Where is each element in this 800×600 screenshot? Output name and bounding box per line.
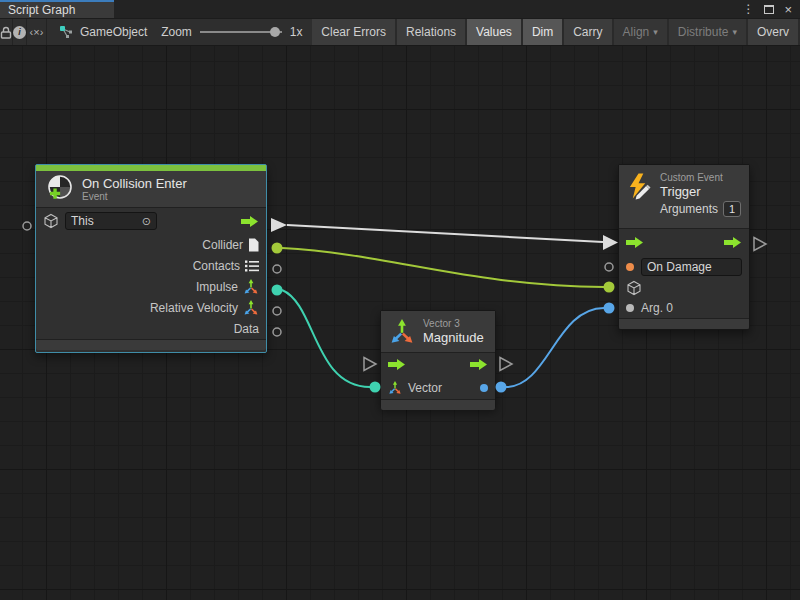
wire-flow-collision-to-trigger[interactable] <box>287 225 603 242</box>
event-name-field[interactable]: On Damage <box>641 258 742 276</box>
node-vector3-magnitude[interactable]: Vector 3 Magnitude <box>380 310 496 408</box>
zoom-slider-handle[interactable] <box>270 27 280 37</box>
zoom-slider[interactable] <box>200 27 282 37</box>
dim-button[interactable]: Dim <box>523 19 564 45</box>
gameobject-label: GameObject <box>80 25 147 39</box>
gameobject-cube-icon <box>626 280 642 296</box>
window-menu-icon[interactable]: ⋮ <box>742 2 754 16</box>
port-data-output[interactable] <box>273 328 281 336</box>
align-button: Align ▾ <box>614 19 669 45</box>
target-field[interactable]: This ⊙ <box>65 212 157 230</box>
script-graph-icon <box>59 25 74 39</box>
port-arg0-input[interactable] <box>604 303 615 314</box>
flow-in-arrow-icon <box>626 236 644 249</box>
port-row-vector: Vector <box>381 376 495 399</box>
zoom-control: Zoom 1x <box>147 19 312 45</box>
code-view-button[interactable]: ‹×› <box>27 19 47 45</box>
graph-toolbar: i ‹×› GameObject Zoom 1x Clear Errors Re… <box>0 18 800 46</box>
port-row-collider: Collider <box>36 234 266 255</box>
relations-button[interactable]: Relations <box>397 19 467 45</box>
vector3-icon <box>243 279 259 295</box>
vector3-icon <box>243 300 259 316</box>
wire-magnitude-to-arg0[interactable] <box>506 308 604 387</box>
inspect-button[interactable]: i <box>13 19 27 45</box>
port-flow-in-trigger[interactable] <box>603 235 618 250</box>
node-on-collision-enter[interactable]: On Collision Enter Event This ⊙ <box>35 164 267 353</box>
port-label: Impulse <box>196 280 238 294</box>
collider-file-icon <box>248 238 259 252</box>
chevron-down-icon: ▾ <box>732 27 737 37</box>
list-icon <box>245 260 259 272</box>
node-body: Vector <box>381 352 495 399</box>
lock-icon <box>0 26 12 39</box>
arguments-count-field[interactable]: 1 <box>723 201 741 217</box>
graph-canvas[interactable]: On Collision Enter Event This ⊙ <box>0 46 800 600</box>
window-controls: ⋮ × <box>742 0 800 18</box>
distribute-button: Distribute ▾ <box>669 19 748 45</box>
wire-impulse-to-vector[interactable] <box>282 290 370 387</box>
node-subtitle: Event <box>82 191 187 203</box>
vector3-icon <box>388 381 402 395</box>
lock-button[interactable] <box>0 19 13 45</box>
port-row-relative-velocity: Relative Velocity <box>36 297 266 318</box>
maximize-icon[interactable] <box>764 5 774 14</box>
tab-title: Script Graph <box>8 3 75 17</box>
node-footer <box>36 339 266 350</box>
zoom-value: 1x <box>290 25 303 39</box>
carry-button[interactable]: Carry <box>564 19 613 45</box>
clear-errors-button[interactable]: Clear Errors <box>312 19 397 45</box>
port-label: Vector <box>408 381 442 395</box>
flow-row <box>381 353 495 376</box>
code-view-icon: ‹×› <box>30 26 44 38</box>
port-flow-out-magnitude[interactable] <box>500 358 512 371</box>
port-flow-out-trigger[interactable] <box>754 238 766 251</box>
node-body: On Damage Arg. 0 <box>619 228 749 318</box>
flow-out-arrow-icon <box>241 215 259 228</box>
port-row-contacts: Contacts <box>36 255 266 276</box>
target-row: This ⊙ <box>36 208 266 234</box>
port-target-input[interactable] <box>604 282 615 293</box>
port-row-target <box>619 278 749 298</box>
node-header: On Collision Enter Event <box>36 171 266 207</box>
port-collider-output[interactable] <box>272 243 283 254</box>
values-button[interactable]: Values <box>467 19 523 45</box>
node-title: Magnitude <box>423 330 484 345</box>
port-row-data: Data <box>36 318 266 339</box>
overview-button[interactable]: Overv <box>748 19 800 45</box>
arguments-label: Arguments <box>660 202 718 216</box>
flow-out-arrow-icon <box>724 236 742 249</box>
port-this-input[interactable] <box>23 222 31 230</box>
target-value: This <box>71 214 94 228</box>
close-icon[interactable]: × <box>784 3 792 16</box>
port-contacts-output[interactable] <box>273 265 281 273</box>
node-body: This ⊙ Collider <box>36 207 266 339</box>
port-row-arg0: Arg. 0 <box>619 298 749 318</box>
port-impulse-output[interactable] <box>272 285 283 296</box>
tab-script-graph[interactable]: Script Graph <box>0 0 114 18</box>
zoom-label: Zoom <box>161 25 192 39</box>
graph-owner: GameObject <box>47 19 147 45</box>
vector3-icon <box>389 319 415 345</box>
node-trigger-custom-event[interactable]: Custom Event Trigger Arguments 1 <box>618 164 750 330</box>
flow-in-arrow-icon <box>388 358 406 371</box>
port-relative-velocity-output[interactable] <box>273 307 281 315</box>
custom-event-bolt-icon <box>627 172 652 204</box>
port-magnitude-output[interactable] <box>496 382 507 393</box>
port-flow-in-magnitude[interactable] <box>364 358 376 371</box>
port-row-event-name: On Damage <box>619 256 749 278</box>
node-header: Custom Event Trigger Arguments 1 <box>619 165 749 228</box>
node-kind-label: Custom Event <box>660 172 741 184</box>
node-type-label: Vector 3 <box>423 318 484 330</box>
node-title: On Collision Enter <box>82 176 187 191</box>
node-footer <box>619 318 749 329</box>
flow-row <box>619 229 749 256</box>
info-icon: i <box>13 26 26 39</box>
script-graph-window: Script Graph ⋮ × i ‹×› <box>0 0 800 600</box>
wire-collider-to-target[interactable] <box>282 248 604 287</box>
port-flow-out-collision[interactable] <box>271 218 287 232</box>
port-vector-input[interactable] <box>370 382 381 393</box>
tab-bar: Script Graph ⋮ × <box>0 0 800 18</box>
port-event-name-input[interactable] <box>605 263 613 271</box>
object-picker-icon[interactable]: ⊙ <box>142 215 151 228</box>
gameobject-cube-icon <box>43 213 59 229</box>
